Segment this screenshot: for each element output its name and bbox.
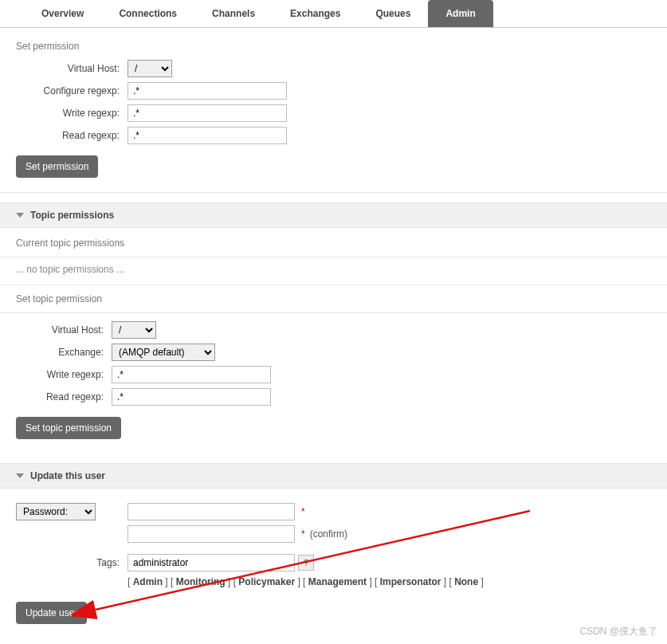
tab-admin[interactable]: Admin [428, 0, 492, 27]
tab-exchanges[interactable]: Exchanges [273, 0, 358, 27]
required-star-icon: * [301, 528, 305, 540]
tag-link-management[interactable]: Management [308, 576, 367, 587]
set-topic-permission-button[interactable]: Set topic permission [16, 417, 121, 439]
exchange-select[interactable]: (AMQP default) [112, 344, 215, 361]
vhost-select[interactable]: / [128, 60, 172, 77]
tag-link-none[interactable]: None [454, 576, 478, 587]
confirm-text: (confirm) [310, 528, 347, 540]
update-user-body: Password: * * (confirm) Tags: ? [ Admin … [0, 489, 667, 638]
configure-regexp-input[interactable] [128, 82, 287, 100]
tab-overview[interactable]: Overview [24, 0, 101, 27]
topic-read-regexp-label: Read regexp: [16, 391, 112, 402]
tag-link-monitoring[interactable]: Monitoring [176, 576, 226, 587]
update-user-button[interactable]: Update user [16, 602, 87, 624]
exchange-label: Exchange: [16, 347, 112, 358]
chevron-down-icon [16, 213, 24, 218]
tags-label: Tags: [16, 557, 128, 568]
topic-vhost-select[interactable]: / [112, 321, 156, 339]
read-regexp-label: Read regexp: [16, 130, 128, 141]
current-topic-permissions-label: Current topic permissions [16, 238, 651, 249]
required-star-icon: * [301, 506, 305, 517]
tab-connections[interactable]: Connections [101, 0, 194, 27]
tab-channels[interactable]: Channels [194, 0, 273, 27]
topic-permissions-body: Current topic permissions ... no topic p… [0, 228, 667, 454]
write-regexp-input[interactable] [128, 104, 287, 122]
password-confirm-input[interactable] [128, 525, 295, 543]
no-topic-permissions-text: ... no topic permissions ... [16, 264, 651, 275]
tags-input[interactable] [128, 554, 295, 571]
tag-link-admin[interactable]: Admin [133, 576, 163, 587]
update-user-header[interactable]: Update this user [0, 463, 667, 489]
tab-queues[interactable]: Queues [358, 0, 428, 27]
topic-write-regexp-input[interactable] [112, 366, 271, 383]
update-user-title: Update this user [30, 470, 105, 481]
topic-vhost-label: Virtual Host: [16, 324, 112, 336]
tag-link-policymaker[interactable]: Policymaker [238, 576, 295, 587]
topic-permissions-title: Topic permissions [30, 210, 114, 221]
set-permission-section: Set permission Virtual Host: / Configure… [0, 28, 667, 193]
topic-permissions-header[interactable]: Topic permissions [0, 202, 667, 228]
main-tabs: Overview Connections Channels Exchanges … [0, 0, 667, 28]
write-regexp-label: Write regexp: [16, 108, 128, 119]
tag-link-impersonator[interactable]: Impersonator [380, 576, 441, 587]
read-regexp-input[interactable] [128, 127, 287, 144]
set-permission-title: Set permission [16, 41, 651, 52]
set-topic-permission-title: Set topic permission [16, 293, 651, 304]
password-type-select[interactable]: Password: [16, 503, 96, 520]
configure-regexp-label: Configure regexp: [16, 85, 128, 96]
set-permission-button[interactable]: Set permission [16, 155, 98, 178]
topic-read-regexp-input[interactable] [112, 388, 271, 406]
topic-write-regexp-label: Write regexp: [16, 369, 112, 380]
vhost-label: Virtual Host: [16, 63, 128, 74]
chevron-down-icon [16, 473, 24, 478]
tag-quick-links: [ Admin ] [ Monitoring ] [ Policymaker ]… [128, 576, 651, 587]
password-input[interactable] [128, 503, 295, 520]
help-icon[interactable]: ? [298, 555, 314, 571]
